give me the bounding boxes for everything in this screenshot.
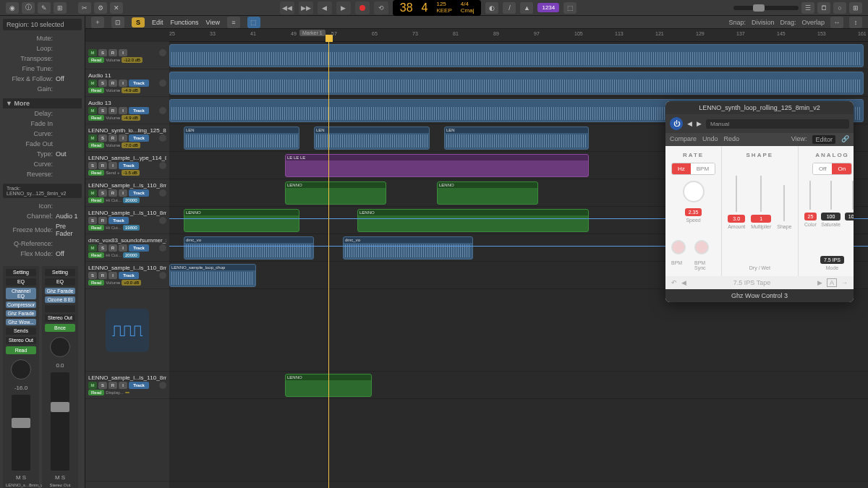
track-lane[interactable] (169, 372, 868, 399)
s-button[interactable]: S (88, 162, 97, 169)
track-header[interactable]: 14 Audio 13 MSRITrack ReadVolume-4.9 dB (85, 97, 169, 124)
audio-region[interactable] (169, 72, 864, 95)
s-button[interactable]: S (98, 134, 107, 142)
next-preset-icon[interactable]: ▶ (697, 120, 702, 127)
value-display[interactable]: 20000 (123, 197, 140, 203)
track-header[interactable]: 20 (85, 399, 169, 481)
settings-icon[interactable]: ⚙ (94, 2, 107, 14)
track-icon[interactable] (159, 189, 166, 197)
i-button[interactable]: I (119, 80, 127, 87)
i-button[interactable]: I (109, 162, 117, 169)
audio-region[interactable]: dmc_vo (184, 236, 314, 260)
m-button[interactable]: M (88, 189, 97, 197)
r-button[interactable]: R (109, 107, 117, 114)
list-icon[interactable]: ☰ (801, 2, 814, 14)
inspector-row[interactable]: Fade Out (3, 139, 82, 149)
insert-slot[interactable]: Ozone 8 El (45, 296, 75, 303)
track-button[interactable]: Track (129, 134, 149, 142)
m-button[interactable]: M (88, 244, 97, 252)
i-button[interactable]: I (119, 49, 127, 56)
audio-region[interactable]: LENNO_sample_loop_chop (169, 264, 256, 287)
sync-knob[interactable] (694, 240, 709, 254)
ext-icon[interactable]: ⬚ (563, 2, 576, 14)
r-button[interactable]: R (98, 217, 107, 224)
forward-button[interactable]: ▶▶ (299, 1, 313, 14)
tape-prev-icon[interactable]: ↶ (671, 279, 677, 286)
browser-icon[interactable]: ⊞ (849, 2, 862, 14)
audio-region[interactable]: LENNO (285, 181, 386, 205)
view-menu[interactable]: View (206, 19, 220, 26)
r-button[interactable]: R (109, 244, 117, 252)
eq-slot[interactable]: EQ (45, 278, 75, 286)
value-display[interactable]: 20000 (123, 252, 140, 258)
track-icon[interactable] (159, 382, 166, 389)
automation-mode[interactable]: Read (88, 252, 104, 258)
inspector-row[interactable]: Gain: (3, 84, 82, 94)
shape-slider[interactable] (783, 185, 785, 221)
s-button[interactable]: S (88, 272, 97, 279)
audio-region[interactable]: LENNO (184, 209, 299, 232)
pan-knob[interactable] (11, 359, 31, 380)
r-button[interactable]: R (98, 272, 107, 279)
solo-button[interactable]: S (132, 17, 145, 27)
functions-menu[interactable]: Functions (171, 19, 199, 26)
audio-region[interactable]: dmc_vo (343, 236, 473, 260)
output-slot[interactable]: Stereo Out (6, 337, 36, 344)
value-display[interactable]: -12.0 dB (122, 57, 142, 63)
inspector-row[interactable]: Flex & Follow:Off (3, 74, 82, 84)
track-button[interactable]: Track (129, 382, 149, 389)
inspector-row[interactable]: Reverse: (3, 169, 82, 179)
record-button[interactable] (355, 1, 370, 14)
audio-region[interactable] (169, 44, 864, 67)
toolbar-icon[interactable]: ✎ (38, 2, 51, 14)
s-button[interactable]: S (98, 382, 107, 389)
r-button[interactable]: R (109, 80, 117, 87)
track-button[interactable]: Track (129, 189, 149, 197)
m-button[interactable]: M (88, 80, 97, 87)
inspector-row[interactable]: Flex Mode:Off (3, 249, 82, 259)
track-button[interactable]: Track (119, 162, 139, 169)
r-button[interactable]: R (98, 162, 107, 169)
setting-slot[interactable]: Setting (45, 269, 75, 276)
insert-slot[interactable]: Channel EQ (6, 288, 36, 299)
r-button[interactable]: R (109, 382, 117, 389)
plugin-window[interactable]: LENNO_synth_loop_rolling_125_8min_v2 ⏻ ◀… (665, 101, 854, 302)
automation-icon[interactable]: ≡ (227, 17, 240, 28)
inspector-row[interactable]: Loop: (3, 43, 82, 53)
loop-icon[interactable]: ○ (833, 2, 846, 14)
s-button[interactable]: S (98, 107, 107, 114)
s-button[interactable]: S (98, 244, 107, 252)
dup-icon[interactable]: ⊡ (111, 17, 124, 28)
track-header[interactable]: 15 LENNO_sample_l...ype_114_8min_v2 SRIT… (85, 152, 169, 179)
automation-mode[interactable]: Read (88, 57, 104, 63)
metronome-icon[interactable]: ▲ (520, 2, 533, 14)
timeline-ruler[interactable]: Marker 1 2533414957657381899710511312112… (169, 29, 868, 42)
s-button[interactable]: S (98, 80, 107, 87)
track-header[interactable]: LENNO_synth_lo...ling_125_8min_v2 MSRITr… (85, 124, 169, 152)
rate-mode-segment[interactable]: Hz BPM (671, 163, 715, 175)
edit-menu[interactable]: Edit (152, 19, 163, 26)
inspector-row[interactable]: Delay: (3, 108, 82, 119)
track-button[interactable]: Track (129, 107, 149, 114)
insert-slot[interactable]: Compressor (6, 301, 36, 308)
library-icon[interactable]: ◉ (6, 2, 19, 14)
snap-value[interactable]: Division (752, 19, 775, 26)
automation-mode[interactable]: Read (88, 197, 104, 203)
mult-slider[interactable] (760, 176, 762, 212)
smart-icon[interactable]: ⊞ (54, 2, 67, 14)
read-button[interactable]: Read (6, 346, 36, 354)
i-button[interactable]: I (119, 189, 127, 197)
track-button[interactable]: Track (119, 272, 139, 279)
automation-mode[interactable]: Read (88, 142, 104, 148)
fader[interactable] (12, 395, 30, 471)
link-icon[interactable]: 🔗 (841, 135, 849, 144)
tuner-icon[interactable]: ◐ (485, 2, 498, 14)
inspector-row[interactable]: Type:Out (3, 149, 82, 159)
audio-region[interactable]: LEN (184, 127, 299, 150)
tape-back-icon[interactable]: ◀ (681, 279, 686, 286)
value-display[interactable] (125, 392, 129, 393)
note-icon[interactable]: 🗒 (817, 2, 830, 14)
value-display[interactable]: -1.5 dB (122, 170, 140, 176)
audio-region[interactable]: LE LE LE (285, 154, 589, 177)
inspector-row[interactable]: Icon: (3, 201, 82, 211)
